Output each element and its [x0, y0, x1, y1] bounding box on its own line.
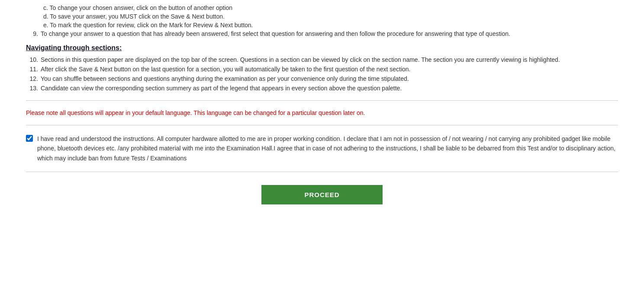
- sub-item-d: d. To save your answer, you MUST click o…: [43, 13, 618, 20]
- section-items-list: 10. Sections in this question paper are …: [26, 56, 618, 92]
- divider-3: [26, 172, 618, 172]
- item-13-number: 13.: [26, 85, 38, 92]
- item-12-text: You can shuffle between sections and que…: [41, 75, 409, 82]
- proceed-container: PROCEED: [26, 185, 618, 204]
- item-11-number: 11.: [26, 66, 38, 73]
- item-9-number: 9.: [26, 30, 38, 37]
- item-9-text: To change your answer to a question that…: [41, 30, 510, 37]
- page-container: c. To change your chosen answer, click o…: [0, 0, 644, 217]
- item-11-text: After click the Save & Next button on th…: [41, 66, 410, 73]
- proceed-button[interactable]: PROCEED: [261, 185, 383, 204]
- item-11: 11. After click the Save & Next button o…: [26, 66, 618, 73]
- declaration-text: I have read and understood the instructi…: [37, 134, 618, 163]
- divider-1: [26, 100, 618, 101]
- sub-item-c: c. To change your chosen answer, click o…: [43, 4, 618, 11]
- note-text: Please note all questions will appear in…: [26, 109, 618, 116]
- declaration-container: I have read and understood the instructi…: [26, 134, 618, 163]
- section-heading-navigating: Navigating through sections:: [26, 44, 618, 52]
- item-13-text: Candidate can view the corresponding sec…: [41, 85, 402, 92]
- item-9: 9. To change your answer to a question t…: [26, 30, 618, 37]
- item-12: 12. You can shuffle between sections and…: [26, 75, 618, 82]
- divider-2: [26, 125, 618, 125]
- item-13: 13. Candidate can view the corresponding…: [26, 85, 618, 92]
- item-12-number: 12.: [26, 75, 38, 82]
- sub-list-top: c. To change your chosen answer, click o…: [26, 4, 618, 29]
- sub-item-e: e. To mark the question for review, clic…: [43, 22, 618, 29]
- item-10-text: Sections in this question paper are disp…: [41, 56, 560, 63]
- item-10: 10. Sections in this question paper are …: [26, 56, 618, 63]
- item-10-number: 10.: [26, 56, 38, 63]
- declaration-checkbox[interactable]: [26, 135, 33, 142]
